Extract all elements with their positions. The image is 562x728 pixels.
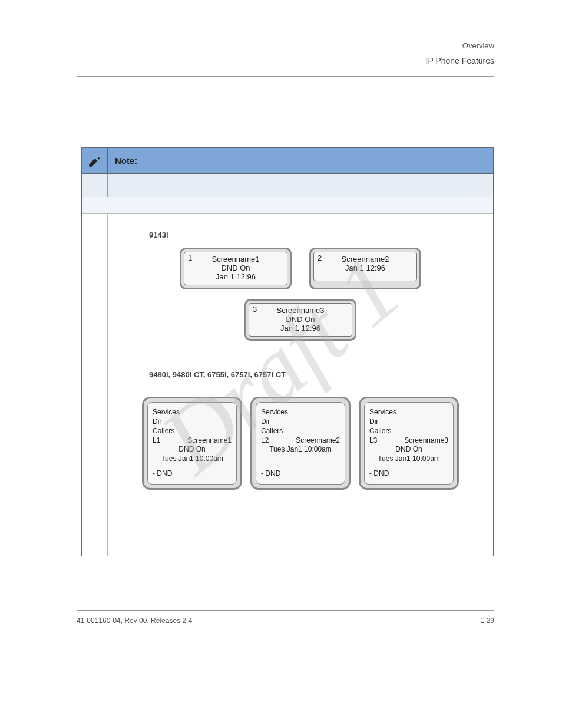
phone-large-2: Services Dir Callers L2 Screenname2 Tues…: [250, 397, 351, 490]
phone-large-1-line-row: L1 Screenname1: [153, 436, 232, 444]
phone-large-1-line: L1: [153, 436, 160, 444]
phone-large-3-softkey: - DND: [369, 469, 448, 478]
note-header: Note:: [82, 148, 493, 174]
phone-small-3-time: Jan 1 12:96: [253, 324, 348, 332]
phone-small-2: 2 Screenname2 Jan 1 12:96: [309, 248, 421, 289]
phone-large-1-screen: Services Dir Callers L1 Screenname1 DND …: [147, 402, 237, 485]
phone-large-2-line-row: L2 Screenname2: [261, 436, 340, 444]
phone-large-2-time: Tues Jan1 10:00am: [261, 444, 340, 454]
phone-large-3-status: DND On: [369, 444, 448, 454]
phone-large-3-m1: Services: [369, 407, 448, 417]
phone-small-3-num: 3: [253, 305, 257, 314]
phone-small-2-num: 2: [318, 253, 322, 262]
phone-small-2-screen: 2 Screenname2 Jan 1 12:96: [313, 252, 417, 281]
phone-large-1-m1: Services: [153, 407, 232, 417]
phone-large-2-name: Screenname2: [296, 436, 340, 444]
phone-large-1-time: Tues Jan1 10:00am: [153, 454, 232, 463]
large-phones-row: Services Dir Callers L1 Screenname1 DND …: [114, 397, 487, 490]
note-icon-cell: [82, 148, 108, 174]
body-main: 9143i 1 Screenname1 DND On Jan 1 12:96 2…: [108, 214, 493, 556]
phone-small-2-name: Screenname2: [318, 255, 413, 263]
small-phones-row1: 1 Screenname1 DND On Jan 1 12:96 2 Scree…: [114, 248, 487, 289]
phone-large-1-m3: Callers: [153, 426, 232, 436]
note-body: 9143i 1 Screenname1 DND On Jan 1 12:96 2…: [82, 214, 493, 556]
body-gutter: [82, 214, 108, 556]
phone-large-1: Services Dir Callers L1 Screenname1 DND …: [142, 397, 242, 490]
phone-large-2-line: L2: [261, 436, 269, 444]
page-footer: 41-001160-04, Rev 00, Releases 2.4 1-29: [77, 610, 494, 625]
model-label-large: 9480i, 9480i CT, 6755i, 6757i, 6757i CT: [149, 370, 487, 379]
phone-large-3: Services Dir Callers L3 Screenname3 DND …: [359, 397, 459, 490]
phone-large-1-m2: Dir: [153, 417, 232, 426]
header-title: IP Phone Features: [77, 56, 494, 65]
phone-large-3-m2: Dir: [369, 417, 448, 426]
phone-large-2-m1: Services: [261, 407, 340, 417]
small-phones-row2: 3 Screenname3 DND On Jan 1 12:96: [114, 299, 487, 341]
phone-large-2-screen: Services Dir Callers L2 Screenname2 Tues…: [256, 402, 345, 485]
phone-small-3-status: DND On: [253, 315, 348, 324]
phone-small-1-time: Jan 1 12:96: [188, 272, 283, 281]
phone-large-1-name: Screenname1: [187, 436, 232, 444]
phone-large-1-softkey: - DND: [153, 469, 232, 478]
phone-small-3-name: Screenname3: [253, 306, 348, 315]
note-label: Note:: [108, 156, 137, 166]
note-subheader-gutter: [82, 174, 108, 197]
phone-large-3-screen: Services Dir Callers L3 Screenname3 DND …: [364, 402, 454, 485]
phone-large-1-status: DND On: [153, 444, 232, 454]
phone-small-3-screen: 3 Screenname3 DND On Jan 1 12:96: [249, 303, 352, 337]
phone-small-1-screen: 1 Screenname1 DND On Jan 1 12:96: [184, 252, 287, 285]
phone-small-1-name: Screenname1: [188, 255, 283, 263]
phone-small-1-num: 1: [188, 253, 192, 262]
page-header: Overview IP Phone Features: [77, 41, 494, 77]
phone-small-3: 3 Screenname3 DND On Jan 1 12:96: [244, 299, 356, 341]
phone-large-3-line-row: L3 Screenname3: [369, 436, 448, 444]
footer-rule: [77, 610, 494, 611]
phone-large-3-m3: Callers: [369, 426, 448, 436]
note-box: Note: 9143i 1 Screenname1 DND On Jan 1 1…: [81, 147, 494, 556]
phone-large-3-time: Tues Jan1 10:00am: [369, 454, 448, 463]
note-subheader: [82, 174, 493, 197]
note-icon: [87, 153, 103, 169]
phone-large-2-m3: Callers: [261, 426, 340, 436]
header-rule: [77, 76, 494, 77]
footer-doc: 41-001160-04, Rev 00, Releases 2.4: [77, 617, 192, 625]
footer-page: 1-29: [480, 617, 494, 625]
note-row3: [82, 197, 493, 214]
phone-large-2-m2: Dir: [261, 417, 340, 426]
phone-small-2-time: Jan 1 12:96: [318, 263, 413, 272]
phone-large-3-name: Screenname3: [404, 436, 448, 444]
phone-large-2-softkey: - DND: [261, 469, 340, 478]
phone-small-1: 1 Screenname1 DND On Jan 1 12:96: [180, 248, 292, 289]
model-label-small: 9143i: [149, 230, 487, 239]
header-section: Overview: [77, 41, 494, 50]
phone-small-1-status: DND On: [188, 263, 283, 272]
phone-large-3-line: L3: [369, 436, 377, 444]
